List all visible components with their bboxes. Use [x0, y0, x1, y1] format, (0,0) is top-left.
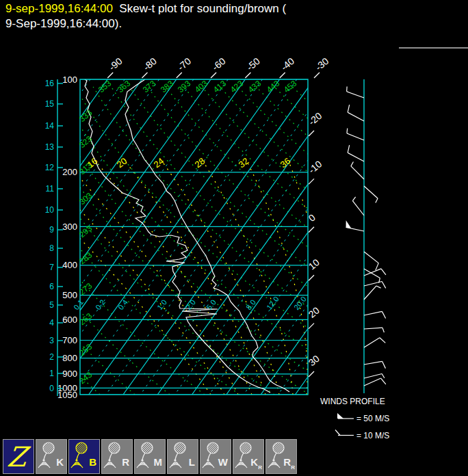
moist-adiabat-label: 28	[193, 156, 207, 170]
height-label: 10	[45, 205, 55, 215]
temp-label-right: -10	[307, 158, 324, 175]
toolbar-button-b[interactable]: B	[68, 439, 100, 474]
pressure-label: 300	[62, 222, 77, 232]
z-logo-icon: Z	[5, 440, 28, 473]
height-label: 5	[49, 300, 54, 310]
temp-tick-right	[309, 131, 314, 136]
height-label: 12	[45, 163, 55, 172]
dry-adiabat-line	[75, 87, 414, 395]
theta-label-top: 383	[159, 78, 176, 94]
height-label: 3	[49, 336, 54, 345]
temp-label-right: 30	[307, 353, 322, 368]
dry-adiabat-line	[57, 87, 379, 395]
toolbar-button-letter: K	[250, 457, 258, 467]
theta-label-top: 363	[116, 78, 133, 94]
isotherm-line	[192, 79, 417, 395]
height-label: 0	[49, 384, 54, 393]
height-label: 1	[49, 369, 54, 378]
theta-label-top: 413	[211, 78, 229, 94]
toolbar-button-letter: K	[56, 457, 64, 467]
height-label: 8	[49, 243, 54, 253]
mixing-ratio-label: 12.0	[265, 295, 281, 311]
dry-adiabat-line	[202, 87, 468, 395]
legend-flag-icon	[337, 413, 343, 419]
temp-label-right: -20	[307, 110, 324, 127]
isotherm-line	[89, 79, 314, 395]
plot-grid	[0, 77, 468, 395]
theta-label-top: 423	[229, 78, 246, 94]
pressure-label: 500	[62, 290, 77, 300]
isotherm-line	[157, 79, 382, 395]
wind-barb	[364, 269, 386, 276]
isotherm-dashed-line	[71, 79, 296, 395]
pressure-label: 800	[62, 353, 77, 363]
toolbar-button-w[interactable]: W	[200, 439, 231, 474]
moist-adiabat-line	[125, 161, 265, 395]
dry-adiabat-line	[238, 87, 468, 395]
mixing-ratio-label: 1.0	[155, 298, 168, 311]
temp-label-top: -70	[175, 55, 193, 72]
mixing-ratio-label: 8.0	[244, 298, 257, 311]
winds-legend-title: WINDS PROFILE	[320, 397, 385, 406]
wind-barb	[347, 129, 364, 140]
isotherm-dashed-line	[0, 79, 125, 395]
toolbar-button-z-logo[interactable]: Z	[3, 439, 34, 474]
wind-barb	[364, 286, 381, 300]
dry-adiabat-line	[292, 87, 468, 395]
wind-barb	[351, 162, 364, 179]
wind-barb	[346, 220, 364, 231]
isotherm-line	[0, 79, 73, 395]
theta-label-top: 353	[96, 78, 114, 94]
temp-tick-right	[309, 371, 314, 377]
toolbar-button-letter: L	[189, 457, 195, 467]
pressure-label: 400	[62, 260, 77, 270]
mixing-ratio-label: 0.4	[116, 298, 129, 311]
temp-label-top: -30	[313, 55, 331, 72]
toolbar-button-k-r[interactable]: KR	[233, 439, 264, 474]
toolbar-button-k[interactable]: K	[36, 439, 67, 474]
temp-tick-right	[309, 323, 314, 329]
pressure-label: 600	[62, 315, 77, 325]
toolbar-button-letter: W	[218, 457, 228, 467]
toolbar-button-r[interactable]: R	[101, 439, 133, 474]
wind-barb	[364, 269, 380, 283]
temp-label-top: -80	[141, 55, 159, 72]
temp-tick-right	[309, 178, 314, 184]
theta-label-top: 433	[246, 78, 263, 94]
skewt-app-window: { "title": { "timestamp": "9-sep-1999,16…	[0, 0, 468, 476]
isotherm-dashed-line	[140, 79, 365, 395]
temp-label-top: -50	[244, 55, 262, 72]
moist-adiabat-line	[247, 161, 307, 395]
isotherm-dashed-line	[37, 79, 262, 395]
toolbar-button-r-r[interactable]: RR	[265, 439, 297, 474]
height-label: 13	[45, 142, 55, 152]
moist-adiabat-label: 20	[115, 156, 129, 170]
wind-barb	[364, 328, 384, 332]
height-label: 7	[49, 263, 54, 272]
height-label: 6	[49, 282, 54, 291]
isotherm-line	[295, 79, 468, 395]
height-label: 4	[49, 318, 54, 328]
moist-adiabat-label: 36	[278, 156, 293, 170]
dry-adiabat-line	[21, 87, 309, 395]
dry-adiabat-line	[0, 87, 239, 395]
dry-adiabat-line	[93, 87, 449, 395]
wind-barb	[364, 338, 385, 347]
isotherm-dashed-line	[3, 79, 228, 395]
dry-adiabat-line	[274, 87, 468, 395]
toolbar-button-subscript: R	[258, 465, 262, 471]
wind-barb	[364, 186, 378, 203]
temp-label-top: -60	[210, 55, 228, 72]
mixing-ratio-label: 2.0	[184, 298, 197, 311]
temp-tick-top	[177, 72, 182, 78]
toolbar-button-l[interactable]: L	[167, 439, 198, 474]
toolbar-button-m[interactable]: M	[134, 439, 166, 474]
temp-tick-top	[245, 72, 250, 78]
temp-tick-top	[107, 72, 113, 78]
temp-label-top: -40	[278, 55, 296, 72]
pressure-label: 100	[62, 75, 77, 85]
dry-adiabat-line	[166, 87, 468, 395]
theta-label-top: 403	[193, 78, 210, 94]
isotherm-line	[226, 79, 452, 395]
theta-label-top: 393	[176, 78, 193, 94]
